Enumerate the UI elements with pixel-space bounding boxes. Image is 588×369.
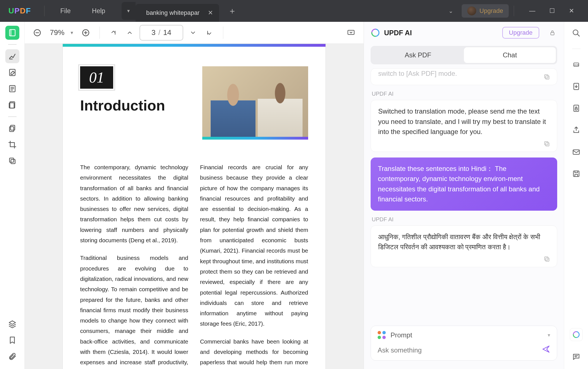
prev-page-button[interactable] (123, 26, 136, 39)
svg-rect-12 (551, 32, 554, 35)
right-sidebar: OCR (564, 22, 588, 369)
convert-button[interactable] (570, 80, 582, 93)
form-tool[interactable] (5, 82, 19, 96)
comment-button[interactable] (570, 351, 582, 363)
divider (572, 49, 580, 49)
copy-icon[interactable] (543, 140, 551, 148)
chat-input[interactable] (378, 346, 542, 354)
avatar (467, 6, 476, 15)
svg-rect-18 (545, 257, 548, 260)
section-number: 01 (80, 66, 113, 89)
minimize-button[interactable]: — (529, 7, 535, 15)
tab-chat[interactable]: Chat (464, 47, 556, 63)
share-button[interactable] (570, 124, 582, 136)
menu-help[interactable]: Help (81, 7, 116, 15)
ai-upgrade-button[interactable]: Upgrade (502, 27, 539, 39)
tab-title: banking whitepapar (146, 9, 200, 17)
edit-tool[interactable] (5, 65, 19, 79)
separator (514, 6, 514, 16)
paragraph: Traditional business models and procedur… (80, 253, 188, 369)
attachment-button[interactable] (5, 349, 19, 363)
close-button[interactable]: ✕ (569, 7, 574, 15)
titlebar-chevron-icon[interactable]: ⌄ (448, 8, 453, 14)
svg-rect-17 (546, 258, 549, 261)
upgrade-button[interactable]: Upgrade (462, 4, 509, 18)
zoom-out-button[interactable] (31, 26, 44, 39)
svg-rect-7 (10, 158, 14, 162)
titlebar: UPDF File Help ▾ banking whitepapar ✕ ＋ … (0, 0, 588, 22)
ai-chat-scroll[interactable]: switch to [Ask PDF] mode. UPDF AI Switch… (364, 68, 564, 323)
app-logo: UPDF (0, 6, 39, 15)
next-page-button[interactable] (187, 26, 199, 39)
email-button[interactable] (570, 146, 582, 158)
user-message: Translate these sentences into Hindi： Th… (371, 158, 557, 211)
protect-button[interactable] (570, 102, 582, 114)
page-accent-bar (63, 44, 326, 47)
tab-ask-pdf[interactable]: Ask PDF (372, 47, 464, 63)
paragraph: The contemporary, dynamic technology env… (80, 162, 188, 245)
crop-tool[interactable] (5, 138, 19, 152)
body-text: The contemporary, dynamic technology env… (80, 162, 308, 369)
bookmark-button[interactable] (5, 333, 19, 347)
section-title: Introduction (80, 97, 194, 114)
divider (8, 116, 17, 117)
document-tab[interactable]: banking whitepapar ✕ (136, 4, 219, 22)
sender-label: UPDF AI (372, 91, 557, 97)
zoom-in-button[interactable] (79, 26, 92, 39)
current-page: 3 (152, 28, 155, 37)
sender-label: UPDF AI (372, 216, 557, 223)
view-toolbar: 79% ▾ 3 / 14 (25, 22, 364, 44)
layers-button[interactable] (5, 317, 19, 331)
svg-rect-26 (573, 171, 579, 177)
copy-tool[interactable] (5, 121, 19, 135)
svg-rect-25 (573, 150, 579, 154)
prompt-selector[interactable]: Prompt ▾ (378, 331, 550, 339)
ai-mode-tabs: Ask PDF Chat (371, 46, 557, 64)
message-text: Switched to translation mode, please sen… (378, 107, 546, 135)
pdf-page: 01 Introduction The contemporary, dynami… (62, 44, 326, 369)
tab-list-dropdown[interactable]: ▾ (122, 2, 136, 20)
svg-rect-6 (10, 127, 14, 132)
svg-rect-11 (348, 30, 354, 34)
ai-toggle-button[interactable] (570, 328, 583, 341)
maximize-button[interactable]: ☐ (549, 7, 555, 15)
svg-rect-8 (11, 159, 15, 164)
ai-header: UPDF AI Upgrade (364, 22, 564, 44)
prompt-icon (378, 331, 386, 339)
ocr-button[interactable]: OCR (570, 58, 582, 71)
send-button[interactable] (542, 345, 550, 355)
document-viewport[interactable]: 01 Introduction The contemporary, dynami… (25, 44, 364, 369)
duplicate-tool[interactable] (5, 154, 19, 168)
page-tool[interactable] (5, 98, 19, 112)
first-page-button[interactable] (107, 26, 120, 39)
copy-icon[interactable] (543, 73, 551, 81)
menu-file[interactable]: File (50, 7, 81, 15)
upgrade-label: Upgrade (480, 7, 503, 15)
lock-icon[interactable] (548, 28, 557, 37)
svg-rect-14 (545, 75, 548, 78)
ai-message: आधुनिक, गतिशील प्रौद्योगिकी वातावरण बैंक… (371, 225, 557, 267)
reader-tool[interactable] (5, 26, 19, 40)
window-controls: — ☐ ✕ (529, 7, 574, 15)
page-indicator[interactable]: 3 / 14 (140, 25, 183, 41)
close-tab-icon[interactable]: ✕ (208, 9, 213, 17)
last-page-button[interactable] (203, 26, 216, 39)
highlight-tool[interactable] (5, 49, 19, 63)
zoom-dropdown-icon[interactable]: ▾ (71, 30, 73, 36)
left-sidebar (0, 22, 25, 369)
separator (223, 27, 223, 39)
message-text: switch to [Ask PDF] mode. (378, 69, 550, 79)
ai-panel: UPDF AI Upgrade Ask PDF Chat switch to [… (364, 22, 564, 369)
ai-message: Switched to translation mode, please sen… (371, 100, 557, 152)
new-tab-button[interactable]: ＋ (228, 5, 236, 17)
presentation-button[interactable] (345, 26, 357, 39)
copy-icon[interactable] (543, 255, 551, 263)
search-button[interactable] (570, 27, 582, 39)
separator (99, 27, 100, 39)
divider (8, 44, 17, 45)
svg-rect-5 (10, 125, 15, 130)
total-pages: 14 (163, 28, 171, 37)
ai-title: UPDF AI (384, 29, 412, 37)
svg-rect-16 (545, 142, 548, 145)
save-button[interactable] (570, 168, 582, 180)
